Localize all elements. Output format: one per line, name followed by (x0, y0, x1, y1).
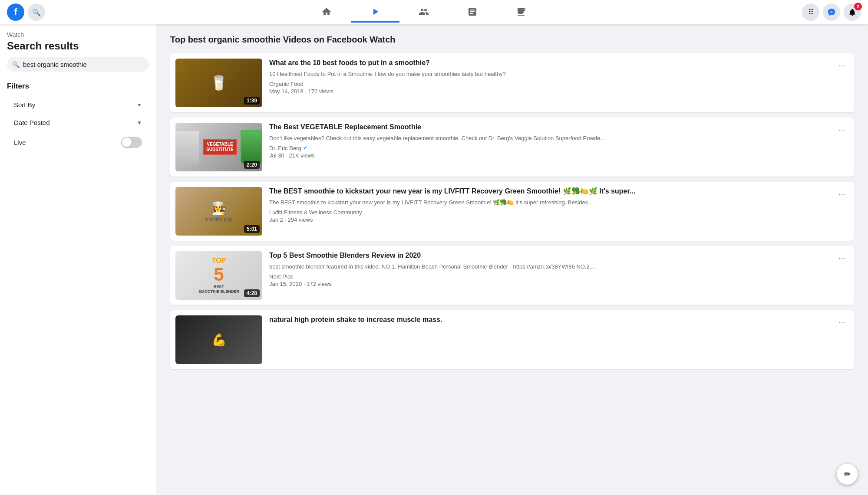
video-more-button[interactable]: ··· (835, 123, 849, 137)
page-layout: Watch Search results 🔍 Filters Sort By ▼… (0, 0, 868, 495)
nav-groups-button[interactable] (399, 2, 448, 23)
date-posted-filter[interactable]: Date Posted ▼ (0, 114, 156, 131)
video-thumbnail[interactable]: VEGETABLESUBSTITUTE 2:20 (175, 123, 262, 171)
nav-left: f 🔍 (7, 3, 45, 21)
video-title: The BEST smoothie to kickstart your new … (269, 187, 828, 196)
video-more-button[interactable]: ··· (835, 59, 849, 72)
video-card: 👩‍🍳 smoothie prep 5:01 The BEST smoothie… (170, 182, 854, 241)
search-icon: 🔍 (32, 8, 41, 16)
date-posted-chevron-icon: ▼ (137, 120, 142, 126)
notification-badge: 2 (854, 3, 862, 10)
video-meta: Jan 15, 2020 · 172 views (269, 281, 828, 287)
video-meta: Jan 2 · 294 views (269, 216, 828, 223)
video-more-button[interactable]: ··· (835, 315, 849, 329)
video-thumbnail[interactable]: 👩‍🍳 smoothie prep 5:01 (175, 187, 262, 236)
nav-center (45, 2, 802, 23)
search-input[interactable] (23, 61, 144, 68)
video-thumbnail[interactable]: 💪 (175, 315, 262, 364)
nav-news-button[interactable] (497, 2, 545, 23)
top-navigation: f 🔍 ⠿ 2 (0, 0, 868, 24)
live-toggle[interactable] (121, 137, 142, 148)
video-card: 💪 natural high protein shake to increase… (170, 310, 854, 369)
facebook-logo[interactable]: f (7, 3, 24, 21)
video-title: Top 5 Best Smoothie Blenders Review in 2… (269, 251, 828, 260)
page-heading: Top best organic smoothie Videos on Face… (170, 35, 854, 45)
play-icon (370, 7, 380, 17)
nav-watch-button[interactable] (351, 2, 399, 23)
video-description: The BEST smoothie to kickstart your new … (269, 199, 828, 207)
sort-by-chevron-icon: ▼ (137, 102, 142, 108)
nav-home-button[interactable] (302, 2, 351, 23)
video-description: Don't like vegetables? Check out this ea… (269, 134, 828, 142)
video-info: The BEST smoothie to kickstart your new … (269, 187, 828, 223)
grid-icon: ⠿ (808, 7, 813, 17)
sort-by-filter[interactable]: Sort By ▼ (0, 96, 156, 114)
news-icon (516, 7, 526, 17)
video-info: The Best VEGETABLE Replacement Smoothie … (269, 123, 828, 159)
live-filter: Live (0, 131, 156, 153)
notifications-button[interactable]: 2 (844, 3, 861, 21)
toggle-knob (122, 138, 132, 147)
video-thumbnail[interactable]: 🥛 1:39 (175, 59, 262, 107)
groups-icon (419, 7, 429, 17)
video-thumbnail[interactable]: TOP 5 BESTSMOOTHIE BLENDER 4:28 (175, 251, 262, 300)
compose-icon: ✏ (844, 469, 851, 479)
messenger-icon (827, 8, 836, 16)
video-card: 🥛 1:39 What are the 10 best foods to put… (170, 53, 854, 112)
sidebar-title: Search results (0, 38, 156, 57)
video-channel: Dr. Eric Berg ✔ (269, 145, 828, 151)
green-glass-icon (241, 130, 262, 164)
video-info: natural high protein shake to increase m… (269, 315, 828, 327)
video-more-button[interactable]: ··· (835, 187, 849, 201)
nav-search-button[interactable]: 🔍 (28, 3, 45, 21)
video-description: best smoothie blender featured in this v… (269, 263, 828, 271)
video-more-button[interactable]: ··· (835, 251, 849, 265)
video-channel: Livfitt Fitness & Wellness Community (269, 209, 828, 216)
date-posted-label: Date Posted (14, 119, 50, 126)
messenger-button[interactable] (823, 3, 840, 21)
video-duration: 2:20 (244, 161, 260, 169)
main-content: Top best organic smoothie Videos on Face… (156, 24, 868, 495)
video-meta: May 14, 2018 · 170 views (269, 88, 828, 95)
video-info: What are the 10 best foods to put in a s… (269, 59, 828, 95)
video-card: TOP 5 BESTSMOOTHIE BLENDER 4:28 Top 5 Be… (170, 246, 854, 305)
video-channel: Organic Food (269, 81, 828, 87)
video-title: natural high protein shake to increase m… (269, 315, 828, 325)
verified-badge: ✔ (303, 145, 307, 151)
video-description: 10 Healthiest Foods to Put in a Smoothie… (269, 70, 828, 78)
compose-button[interactable]: ✏ (837, 464, 858, 485)
video-duration: 1:39 (244, 97, 260, 105)
search-box[interactable]: 🔍 (7, 57, 149, 72)
thumbnail-image: 💪 (175, 315, 262, 364)
home-icon (321, 7, 332, 17)
nav-right: ⠿ 2 (802, 3, 861, 21)
apps-menu-button[interactable]: ⠿ (802, 3, 819, 21)
video-meta: Jul 30 · 21K views (269, 152, 828, 159)
video-title: What are the 10 best foods to put in a s… (269, 59, 828, 68)
search-box-icon: 🔍 (12, 61, 20, 68)
video-channel: Next Pick (269, 273, 828, 280)
video-duration: 4:28 (244, 289, 260, 297)
sidebar: Watch Search results 🔍 Filters Sort By ▼… (0, 24, 156, 495)
video-duration: 5:01 (244, 225, 260, 233)
video-card: VEGETABLESUBSTITUTE 2:20 The Best VEGETA… (170, 118, 854, 177)
sidebar-section-label: Watch (0, 31, 156, 38)
marketplace-icon (467, 7, 478, 17)
live-label: Live (14, 139, 26, 146)
filters-section-title: Filters (0, 79, 156, 96)
video-title: The Best VEGETABLE Replacement Smoothie (269, 123, 828, 132)
vegetable-substitute-label: VEGETABLESUBSTITUTE (203, 139, 237, 155)
nav-marketplace-button[interactable] (448, 2, 497, 23)
video-info: Top 5 Best Smoothie Blenders Review in 2… (269, 251, 828, 287)
sort-by-label: Sort By (14, 101, 35, 108)
